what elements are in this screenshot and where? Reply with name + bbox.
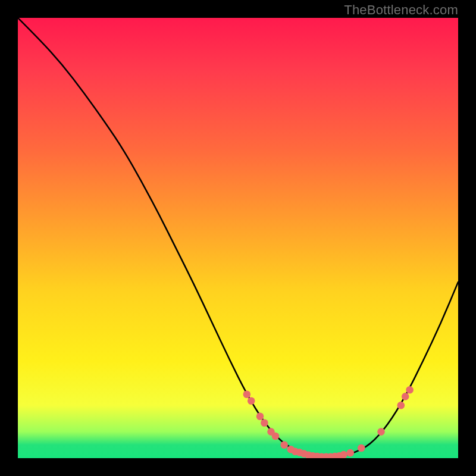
curve-marker bbox=[261, 419, 268, 427]
curve-marker bbox=[397, 402, 405, 409]
curve-marker bbox=[406, 386, 414, 394]
curve-marker bbox=[346, 449, 354, 457]
curve-marker bbox=[243, 390, 251, 398]
chart-overlay bbox=[18, 18, 458, 458]
curve-marker bbox=[256, 412, 264, 420]
curve-markers bbox=[243, 386, 414, 458]
curve-marker bbox=[280, 441, 288, 449]
curve-marker bbox=[248, 397, 255, 405]
curve-marker bbox=[402, 393, 409, 400]
chart-frame: TheBottleneck.com bbox=[0, 0, 476, 476]
curve-marker bbox=[272, 433, 280, 440]
plot-area bbox=[18, 18, 458, 458]
main-curve bbox=[18, 18, 458, 456]
curve-marker bbox=[358, 444, 365, 452]
curve-marker bbox=[377, 428, 385, 436]
curve-marker bbox=[340, 451, 347, 458]
attribution-text: TheBottleneck.com bbox=[344, 2, 458, 18]
